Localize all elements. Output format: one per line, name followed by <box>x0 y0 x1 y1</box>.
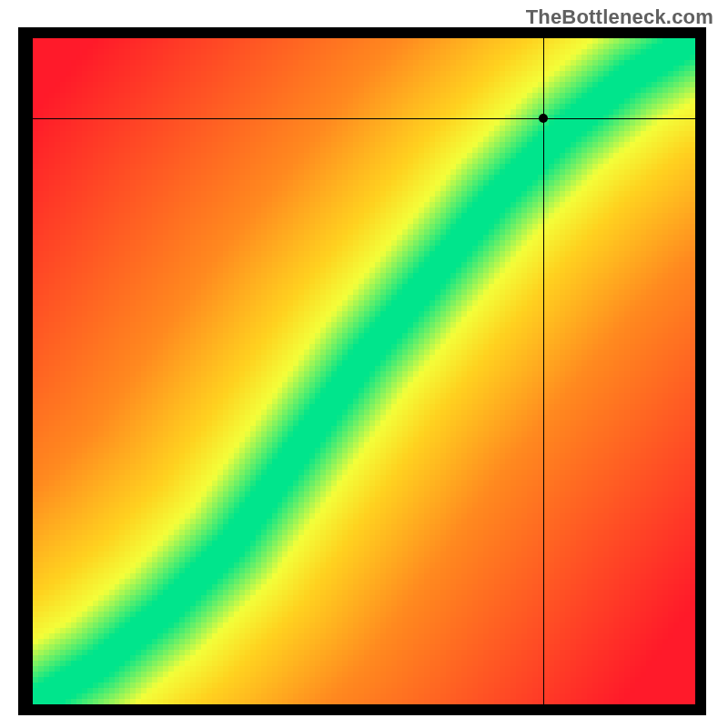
chart-container: TheBottleneck.com <box>0 0 728 728</box>
crosshair-marker <box>539 114 548 123</box>
crosshair-horizontal <box>33 118 695 119</box>
heatmap-plot <box>33 38 695 704</box>
crosshair-vertical <box>543 38 544 704</box>
watermark-text: TheBottleneck.com <box>526 5 713 29</box>
